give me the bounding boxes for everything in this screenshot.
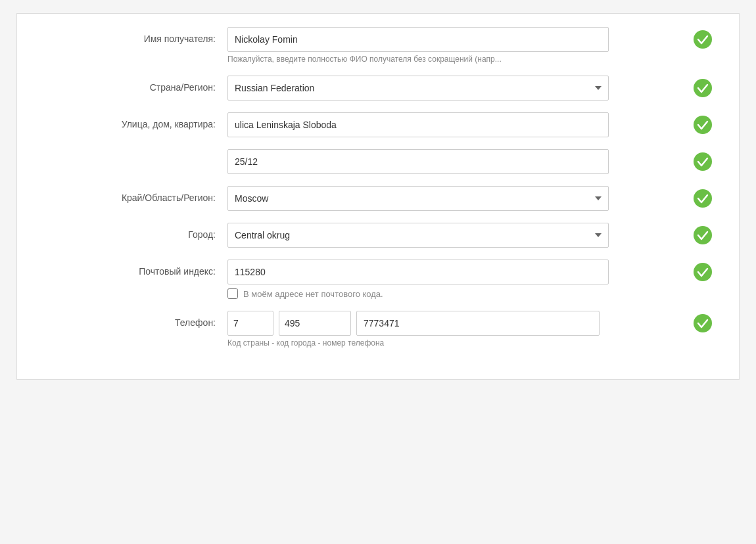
postal-checkbox-row: В моём адресе нет почтового кода. [227, 288, 684, 299]
recipient-label: Имя получателя: [43, 27, 227, 44]
recipient-hint: Пожалуйста, введите полностью ФИО получа… [227, 55, 609, 64]
country-field-wrap: Russian Federation [227, 76, 684, 101]
phone-number-input[interactable] [356, 311, 600, 336]
svg-point-1 [694, 79, 712, 97]
city-row: Город: Central okrug [43, 223, 713, 248]
postal-row: Почтовый индекс: В моём адресе нет почто… [43, 260, 713, 299]
region-select[interactable]: Moscow [227, 186, 609, 211]
recipient-valid-icon [693, 30, 713, 49]
svg-point-3 [694, 152, 712, 171]
city-field-wrap: Central okrug [227, 223, 684, 248]
phone-row: Телефон: Код страны - код города - номер… [43, 311, 713, 348]
city-select[interactable]: Central okrug [227, 223, 609, 248]
street-input[interactable] [227, 112, 609, 137]
svg-point-6 [694, 263, 712, 281]
recipient-field-wrap: Пожалуйста, введите полностью ФИО получа… [227, 27, 684, 64]
street2-label [43, 149, 227, 156]
street2-valid-icon [693, 152, 713, 171]
street2-row [43, 149, 713, 174]
street-valid-icon [693, 115, 713, 135]
region-label: Край/Область/Регион: [43, 186, 227, 203]
postal-field-wrap: В моём адресе нет почтового кода. [227, 260, 684, 299]
svg-point-0 [694, 30, 712, 49]
svg-point-5 [694, 226, 712, 244]
street-field-wrap [227, 112, 684, 137]
no-postal-checkbox[interactable] [227, 288, 238, 299]
street2-input[interactable] [227, 149, 609, 174]
country-select[interactable]: Russian Federation [227, 76, 609, 101]
region-row: Край/Область/Регион: Moscow [43, 186, 713, 211]
postal-label: Почтовый индекс: [43, 260, 227, 277]
address-form: Имя получателя: Пожалуйста, введите полн… [16, 13, 740, 380]
svg-point-4 [694, 189, 712, 208]
phone-group [227, 311, 684, 336]
country-row: Страна/Регион: Russian Federation [43, 76, 713, 101]
phone-field-wrap: Код страны - код города - номер телефона [227, 311, 684, 348]
recipient-input[interactable] [227, 27, 609, 52]
street2-field-wrap [227, 149, 684, 174]
phone-label: Телефон: [43, 311, 227, 328]
svg-point-2 [694, 116, 712, 134]
phone-country-code-input[interactable] [227, 311, 273, 336]
phone-valid-icon [693, 313, 713, 333]
phone-hint: Код страны - код города - номер телефона [227, 338, 609, 348]
street-label: Улица, дом, квартира: [43, 112, 227, 129]
country-valid-icon [693, 78, 713, 98]
city-label: Город: [43, 223, 227, 240]
no-postal-label[interactable]: В моём адресе нет почтового кода. [243, 289, 383, 299]
postal-valid-icon [693, 262, 713, 282]
recipient-row: Имя получателя: Пожалуйста, введите полн… [43, 27, 713, 64]
region-field-wrap: Moscow [227, 186, 684, 211]
street-row: Улица, дом, квартира: [43, 112, 713, 137]
country-label: Страна/Регион: [43, 76, 227, 93]
phone-area-code-input[interactable] [279, 311, 351, 336]
postal-input[interactable] [227, 260, 609, 284]
region-valid-icon [693, 189, 713, 208]
svg-point-7 [694, 314, 712, 332]
city-valid-icon [693, 225, 713, 245]
